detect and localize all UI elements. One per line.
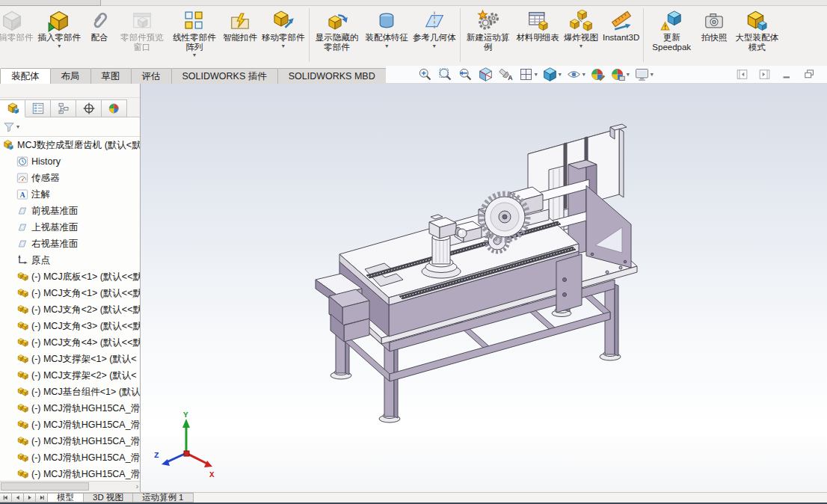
toolbar-button-bill-of-materials[interactable]: 材料明细表 — [514, 8, 562, 64]
tree-hscroll-right-arrow[interactable]: › — [136, 482, 138, 491]
sheet-tab-运动算例-1[interactable]: 运动算例 1 — [132, 493, 194, 503]
next-tab-button[interactable] — [23, 493, 36, 503]
tree-item-label: 上视基准面 — [31, 221, 79, 234]
dropdown-arrow-icon[interactable]: ▾ — [433, 43, 436, 49]
tree-item-label: 注解 — [31, 188, 50, 201]
toolbar-button-instant3d[interactable]: Instant3D — [600, 8, 642, 64]
dropdown-arrow-icon[interactable]: ▾ — [282, 43, 285, 49]
tree-item[interactable]: 前视基准面 — [0, 203, 140, 219]
pane-previous-button[interactable] — [734, 68, 749, 81]
ribbon-tab-布局[interactable]: 布局 — [50, 68, 91, 84]
tree-item[interactable]: (-) MCJ支角<2> (默认<<默 — [0, 301, 140, 318]
mate-icon — [88, 10, 111, 32]
zoom-to-area-icon — [437, 67, 453, 82]
toolbar-button-large-assembly-mode[interactable]: 大型装配体模式 — [731, 8, 783, 64]
view-toolbar-section-view-button[interactable] — [476, 67, 495, 82]
graphics-viewport[interactable]: Y X Z — [141, 84, 827, 492]
toolbar-button-mate[interactable]: 配合 — [83, 8, 116, 64]
tree-item-label: (-) MCJ滑轨HGH15CA_滑轨 — [31, 468, 140, 481]
tree-item[interactable]: (-) MCJ滑轨HGH15CA_滑轨 — [0, 400, 140, 417]
ribbon-tab-装配体[interactable]: 装配体 — [0, 68, 51, 84]
previous-tab-button[interactable] — [11, 493, 24, 503]
tree-scroll-up-icon[interactable]: ∧ — [132, 141, 138, 147]
tree-hscroll-thumb[interactable] — [1, 482, 89, 491]
tree-item[interactable]: (-) MCJ支撑架<2> (默认< — [0, 367, 140, 384]
dropdown-arrow-icon[interactable]: ▾ — [651, 71, 654, 78]
toolbar-button-smart-fasteners[interactable]: 智能扣件 — [221, 8, 259, 64]
part-icon — [16, 435, 28, 447]
toolbar-button-show-hidden-components[interactable]: 显示隐藏的零部件 — [311, 8, 363, 64]
panel-tab-featuremanager[interactable] — [0, 99, 25, 117]
toolbar-button-label: 材料明细表 — [517, 33, 560, 43]
view-toolbar-edit-appearance-button[interactable] — [588, 67, 607, 82]
ribbon-tab-评估[interactable]: 评估 — [131, 68, 172, 84]
first-tab-button[interactable] — [0, 493, 12, 503]
tree-item[interactable]: History — [0, 153, 140, 170]
view-toolbar-view-orientation-button[interactable]: ▾ — [517, 67, 539, 82]
last-tab-button[interactable] — [35, 493, 48, 503]
toolbar-button-update-speedpak[interactable]: 更新 Speedpak — [645, 8, 698, 64]
tree-item[interactable]: (-) MCJ支角<3> (默认<<默 — [0, 318, 140, 334]
tree-item[interactable]: 传感器 — [0, 170, 140, 186]
toolbar-button-linear-component-pattern[interactable]: 线性零部件阵列▾ — [168, 8, 221, 64]
tree-item-label: 前视基准面 — [31, 205, 79, 218]
view-toolbar-zoom-to-area-button[interactable] — [436, 67, 455, 82]
view-toolbar-view-settings-button[interactable]: ▾ — [633, 67, 655, 82]
tree-item[interactable]: (-) MCJ基台组件<1> (默认 — [0, 384, 140, 400]
view-toolbar-zoom-to-fit-button[interactable] — [416, 67, 434, 82]
tree-item[interactable]: 右视基准面 — [0, 236, 140, 252]
tree-item[interactable]: (-) MCJ支角<1> (默认<<默 — [0, 285, 140, 301]
panel-tab-propertymanager[interactable] — [25, 99, 51, 117]
tree-horizontal-scrollbar[interactable]: › — [0, 481, 140, 491]
tree-item[interactable]: (-) MCJ滑轨HGH15CA_滑轨 — [0, 449, 140, 466]
dropdown-arrow-icon[interactable]: ▾ — [193, 52, 196, 58]
tree-item[interactable]: (-) MCJ滑轨HGH15CA_滑轨 — [0, 417, 140, 433]
view-toolbar-display-style-button[interactable]: ▾ — [541, 67, 563, 82]
dropdown-arrow-icon[interactable]: ▾ — [579, 43, 582, 49]
tree-item[interactable]: 上视基准面 — [0, 219, 140, 236]
minimize-button[interactable] — [779, 68, 794, 81]
toolbar-button-exploded-view[interactable]: 爆炸视图▾ — [562, 8, 600, 64]
panel-tab-dimxpertmanager[interactable] — [76, 99, 102, 117]
dropdown-arrow-icon[interactable]: ▾ — [535, 71, 538, 78]
pane-next-button[interactable] — [757, 68, 772, 81]
dropdown-arrow-icon[interactable]: ▾ — [385, 43, 388, 49]
dropdown-arrow-icon[interactable]: ▾ — [627, 71, 630, 78]
toolbar-button-assembly-features[interactable]: 装配体特征▾ — [363, 8, 411, 64]
tree-item[interactable]: (-) MCJ底板<1> (默认<<默 — [0, 268, 140, 285]
sheet-tab-模型[interactable]: 模型 — [47, 493, 84, 503]
part-icon — [16, 336, 28, 348]
tree-item[interactable]: (-) MCJ支角<4> (默认<<默 — [0, 334, 140, 351]
tree-item-root[interactable]: MCJ数控成型磨齿机 (默认<默认 — [0, 137, 140, 153]
ribbon-tabs: 装配体布局草图评估SOLIDWORKS 插件SOLIDWORKS MBD — [0, 66, 386, 84]
part-icon — [16, 419, 28, 431]
machine-model-3d[interactable] — [141, 84, 827, 492]
view-toolbar-apply-scene-button[interactable]: ▾ — [609, 67, 631, 82]
dropdown-arrow-icon[interactable]: ▾ — [58, 43, 61, 49]
ribbon-tab-solidworks-mbd[interactable]: SOLIDWORKS MBD — [277, 68, 387, 84]
panel-tab-displaymanager[interactable] — [101, 99, 127, 117]
view-toolbar-dynamic-annotation-views-button[interactable]: A — [496, 67, 515, 82]
ribbon-tab-solidworks-插件[interactable]: SOLIDWORKS 插件 — [171, 68, 278, 84]
ribbon-tab-草图[interactable]: 草图 — [90, 68, 132, 84]
tree-item[interactable]: 原点 — [0, 252, 140, 268]
ribbon-tab-row: 装配体布局草图评估SOLIDWORKS 插件SOLIDWORKS MBD A▾▾… — [0, 66, 827, 84]
sheet-tab-3d-视图[interactable]: 3D 视图 — [83, 493, 133, 503]
toolbar-button-insert-component[interactable]: 插入零部件▾ — [36, 8, 84, 64]
toolbar-button-move-component[interactable]: 移动零部件▾ — [259, 8, 307, 64]
view-toolbar-previous-view-button[interactable] — [456, 67, 475, 82]
tree-scroll-down-icon[interactable]: ∨ — [132, 468, 138, 475]
view-toolbar-hide-show-items-button[interactable]: ▾ — [565, 67, 587, 82]
dropdown-arrow-icon[interactable]: ▾ — [582, 71, 585, 78]
toolbar-button-reference-geometry[interactable]: 参考几何体▾ — [411, 8, 458, 64]
toolbar-button-new-motion-study[interactable]: 新建运动算例 — [462, 8, 514, 64]
panel-tab-configurationmanager[interactable] — [50, 99, 76, 117]
filter-dropdown-arrow-icon[interactable]: ▾ — [16, 123, 19, 130]
tree-item[interactable]: A注解 — [0, 186, 140, 203]
tree-item[interactable]: (-) MCJ滑轨HGH15CA_滑轨 — [0, 466, 140, 481]
tree-item[interactable]: (-) MCJ滑轨HGH15CA_滑轨 — [0, 433, 140, 449]
toolbar-button-take-snapshot[interactable]: 拍快照 — [698, 8, 731, 64]
dropdown-arrow-icon[interactable]: ▾ — [559, 71, 562, 78]
tree-item[interactable]: (-) MCJ支撑架<1> (默认< — [0, 351, 140, 367]
restore-button[interactable] — [802, 68, 817, 81]
